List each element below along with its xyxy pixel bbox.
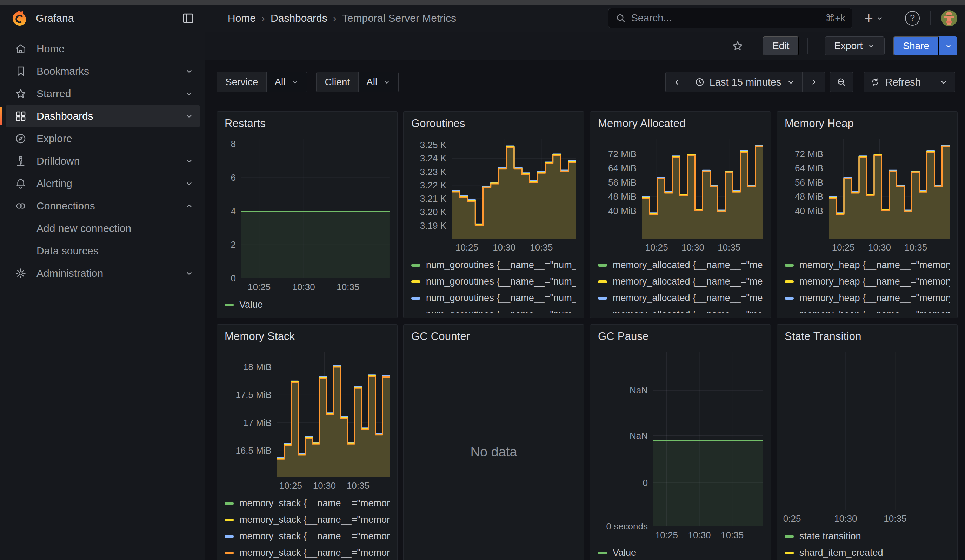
search-box[interactable]: ⌘+k xyxy=(608,8,852,28)
legend-series-label[interactable]: memory_stack {__name__="memory_stack"} xyxy=(239,547,389,558)
legend-series-marker xyxy=(598,552,607,554)
legend-series-label[interactable]: memory_stack {__name__="memory_stack"} xyxy=(239,514,389,525)
refresh-button[interactable]: Refresh xyxy=(864,72,932,92)
panel-legend: Value xyxy=(598,545,763,560)
y-axis-tick: 0 xyxy=(643,477,648,488)
panel-title[interactable]: State Transition xyxy=(785,330,950,343)
time-shift-back-button[interactable] xyxy=(665,72,689,92)
sidebar-item-dashboards[interactable]: Dashboards xyxy=(6,105,200,127)
client-variable[interactable]: Client All xyxy=(316,72,399,92)
chevron-down-icon[interactable] xyxy=(185,157,194,166)
panel-title[interactable]: Restarts xyxy=(224,117,389,130)
edit-button[interactable]: Edit xyxy=(762,36,799,56)
panel-memory-allocated: Memory Allocated72 MiB64 MiB56 MiB48 MiB… xyxy=(590,111,771,318)
chart-plot-area[interactable] xyxy=(452,139,576,238)
legend-series-label[interactable]: memory_allocated {__name__="memory_alloc… xyxy=(613,260,763,271)
chart-plot-area[interactable] xyxy=(829,139,950,238)
y-axis: 3.25 K3.24 K3.23 K3.22 K3.21 K3.20 K3.19… xyxy=(411,139,452,238)
export-button[interactable]: Export xyxy=(824,36,885,56)
legend-series-marker xyxy=(785,552,794,554)
search-input[interactable] xyxy=(631,12,825,24)
share-button[interactable]: Share xyxy=(893,36,939,56)
panel-title[interactable]: Memory Heap xyxy=(785,117,950,130)
legend-series-label[interactable]: shard_item_created xyxy=(799,547,883,558)
chevron-down-icon[interactable] xyxy=(185,179,194,188)
chart-plot-area[interactable] xyxy=(653,352,763,526)
zoom-out-button[interactable] xyxy=(830,72,853,92)
refresh-label: Refresh xyxy=(885,77,921,88)
breadcrumb-dashboards[interactable]: Dashboards xyxy=(271,12,327,24)
legend-series-label[interactable]: memory_stack {__name__="memory_stack"} xyxy=(239,531,389,542)
legend-series-label[interactable]: memory_allocated {__name__="memory_alloc… xyxy=(613,276,763,287)
x-axis-tick: 10:25 xyxy=(645,242,668,253)
legend-series-marker xyxy=(785,280,794,283)
legend-series-label[interactable]: memory_stack {__name__="memory_stack"} xyxy=(239,498,389,509)
sidebar-item-administration[interactable]: Administration xyxy=(6,262,200,284)
chart-plot-area[interactable] xyxy=(241,139,389,278)
dock-sidebar-icon[interactable] xyxy=(180,11,196,26)
grafana-logo-icon[interactable] xyxy=(10,10,27,27)
add-new-button[interactable]: + xyxy=(864,11,883,25)
sidebar-item-alerting[interactable]: Alerting xyxy=(6,172,200,195)
dashboard-toolbar: Service All Client All xyxy=(205,72,965,92)
chevron-down-icon[interactable] xyxy=(185,89,194,98)
panel-gc-pause: GC PauseNaNNaN00 seconds10:2510:3010:35V… xyxy=(590,324,771,560)
panel-title[interactable]: Goroutines xyxy=(411,117,576,130)
sidebar-item-bookmarks[interactable]: Bookmarks xyxy=(6,60,200,82)
chevron-down-icon[interactable] xyxy=(185,112,194,121)
panel-title[interactable]: GC Counter xyxy=(411,330,576,343)
legend-series-label[interactable]: num_goroutines {__name__="num_goroutines… xyxy=(426,276,576,287)
legend-series-marker xyxy=(224,552,234,554)
legend-item: num_goroutines {__name__="num_goroutines… xyxy=(411,290,576,306)
legend-series-label[interactable]: num_goroutines {__name__="num_goroutines… xyxy=(426,292,576,304)
time-range-picker[interactable]: Last 15 minutes xyxy=(688,72,803,92)
service-variable[interactable]: Service All xyxy=(216,72,307,92)
sidebar-item-label: Connections xyxy=(36,200,95,212)
y-axis-tick: 3.22 K xyxy=(420,180,447,191)
legend-series-label[interactable]: memory_allocated {__name__="memory_alloc… xyxy=(613,292,763,304)
sidebar-item-drilldown[interactable]: Drilldown xyxy=(6,150,200,172)
panel-title[interactable]: Memory Allocated xyxy=(598,117,763,130)
x-axis: 10:2510:3010:35 xyxy=(452,238,576,254)
legend-series-label[interactable]: memory_heap {__name__="memory_heap"} xyxy=(799,276,950,287)
user-avatar[interactable] xyxy=(941,10,957,26)
legend-series-label[interactable]: memory_heap {__name__="memory_heap"} xyxy=(799,260,950,271)
chart-plot-area[interactable] xyxy=(642,139,763,238)
sidebar-item-add-new-connection[interactable]: Add new connection xyxy=(6,217,200,240)
sidebar-item-data-sources[interactable]: Data sources xyxy=(6,240,200,262)
y-axis-tick: 3.19 K xyxy=(420,220,447,231)
sidebar-item-explore[interactable]: Explore xyxy=(6,127,200,150)
dashboard-scroll-area[interactable]: Service All Client All xyxy=(205,60,965,560)
legend-series-label[interactable]: Value xyxy=(239,299,263,310)
chart-plot-area[interactable] xyxy=(785,352,950,510)
legend-series-label[interactable]: Value xyxy=(613,547,636,558)
y-axis: NaNNaN00 seconds xyxy=(598,352,653,526)
share-options-button[interactable] xyxy=(939,36,957,56)
time-shift-forward-button[interactable] xyxy=(802,72,825,92)
legend-series-label[interactable]: num_goroutines {__name__="num_goroutines… xyxy=(426,309,576,313)
panel-title[interactable]: Memory Stack xyxy=(224,330,389,343)
sidebar-item-home[interactable]: Home xyxy=(6,38,200,60)
favorite-star-button[interactable] xyxy=(730,38,745,54)
x-axis-tick: 0:25 xyxy=(783,513,801,524)
help-button[interactable]: ? xyxy=(905,11,920,26)
legend-series-label[interactable]: memory_heap {__name__="memory_heap"} xyxy=(799,292,950,304)
panel-title[interactable]: GC Pause xyxy=(598,330,763,343)
sidebar-item-connections[interactable]: Connections xyxy=(6,195,200,217)
chevron-down-icon[interactable] xyxy=(185,269,194,278)
y-axis-tick: 3.24 K xyxy=(420,153,447,164)
sidebar-item-label: Data sources xyxy=(36,245,98,257)
legend-series-label[interactable]: state transition xyxy=(799,531,861,542)
refresh-interval-button[interactable] xyxy=(932,72,955,92)
sidebar-item-starred[interactable]: Starred xyxy=(6,82,200,105)
legend-series-label[interactable]: memory_heap {__name__="memory_heap"} xyxy=(799,309,950,313)
chevron-down-icon[interactable] xyxy=(185,67,194,76)
legend-series-label[interactable]: memory_allocated {__name__="memory_alloc… xyxy=(613,309,763,313)
chart-plot-area[interactable] xyxy=(277,352,389,477)
y-axis-tick: 3.23 K xyxy=(420,166,447,177)
breadcrumb-home[interactable]: Home xyxy=(228,12,256,24)
chevron-up-icon[interactable] xyxy=(185,201,194,211)
share-split-button: Share xyxy=(893,36,957,56)
legend-series-label[interactable]: num_goroutines {__name__="num_goroutines… xyxy=(426,260,576,271)
y-axis-tick: 16.5 MiB xyxy=(236,445,272,456)
